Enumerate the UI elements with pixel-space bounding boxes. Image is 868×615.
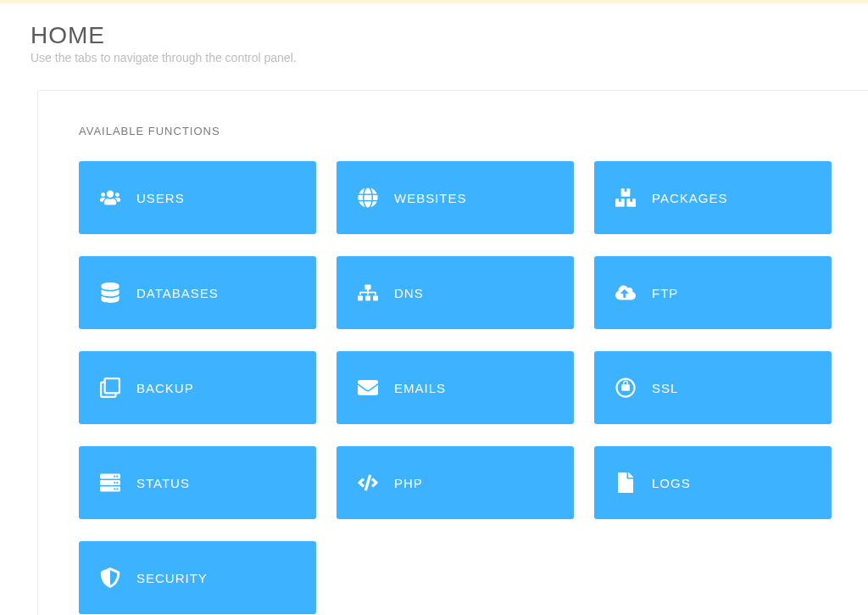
tile-emails[interactable]: EMAILS xyxy=(337,351,574,424)
cloud-upload-icon xyxy=(615,282,637,304)
page-header: HOME Use the tabs to navigate through th… xyxy=(0,3,868,64)
tile-label: STATUS xyxy=(136,476,190,490)
tile-websites[interactable]: WEBSITES xyxy=(337,161,574,234)
file-icon xyxy=(615,472,637,494)
panel-title: AVAILABLE FUNCTIONS xyxy=(79,125,827,137)
tile-ftp[interactable]: FTP xyxy=(594,256,832,329)
tile-users[interactable]: USERS xyxy=(79,161,316,234)
users-icon xyxy=(99,187,121,209)
tile-logs[interactable]: LOGS xyxy=(594,446,832,519)
tile-label: BACKUP xyxy=(136,381,194,395)
globe-icon xyxy=(357,187,379,209)
lock-icon xyxy=(615,377,637,399)
database-icon xyxy=(99,282,121,304)
tile-databases[interactable]: DATABASES xyxy=(79,256,316,329)
tile-label: FTP xyxy=(652,286,678,300)
tile-status[interactable]: STATUS xyxy=(79,446,316,519)
tile-php[interactable]: PHP xyxy=(337,446,574,519)
tile-label: LOGS xyxy=(652,476,691,490)
tile-label: PACKAGES xyxy=(652,191,727,205)
tile-label: SECURITY xyxy=(136,571,208,585)
tile-backup[interactable]: BACKUP xyxy=(79,351,316,424)
sitemap-icon xyxy=(357,282,379,304)
functions-panel: AVAILABLE FUNCTIONS USERS WEBSITES PACKA… xyxy=(37,90,868,615)
tile-label: USERS xyxy=(136,191,185,205)
tile-label: PHP xyxy=(394,476,423,490)
tile-label: DATABASES xyxy=(136,286,219,300)
tile-security[interactable]: SECURITY xyxy=(79,541,316,614)
code-icon xyxy=(357,472,379,494)
server-icon xyxy=(99,472,121,494)
shield-icon xyxy=(99,567,121,589)
envelope-icon xyxy=(357,377,379,399)
tile-ssl[interactable]: SSL xyxy=(594,351,832,424)
tile-packages[interactable]: PACKAGES xyxy=(594,161,832,234)
tile-label: WEBSITES xyxy=(394,191,467,205)
copy-icon xyxy=(99,377,121,399)
page-title: HOME xyxy=(31,22,868,49)
packages-icon xyxy=(615,187,637,209)
tile-label: DNS xyxy=(394,286,424,300)
tile-label: EMAILS xyxy=(394,381,446,395)
page-subtitle: Use the tabs to navigate through the con… xyxy=(31,51,868,64)
tile-dns[interactable]: DNS xyxy=(337,256,574,329)
tile-grid: USERS WEBSITES PACKAGES DATABASES DNS xyxy=(79,161,827,614)
tile-label: SSL xyxy=(652,381,678,395)
